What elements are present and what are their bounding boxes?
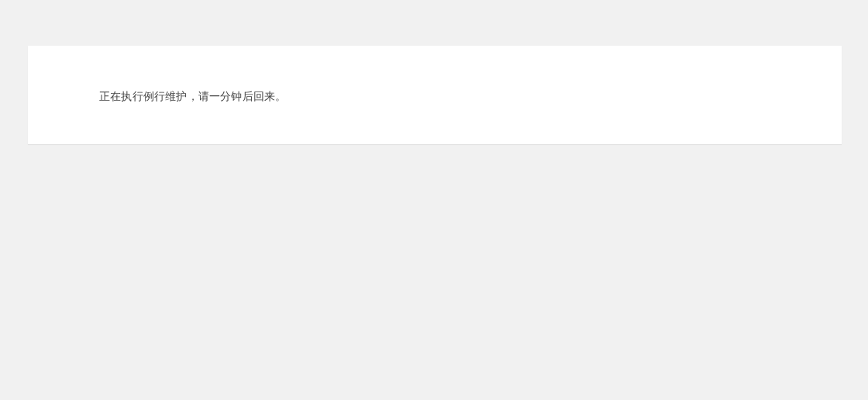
maintenance-card: 正在执行例行维护，请一分钟后回来。 [28,46,842,144]
maintenance-message: 正在执行例行维护，请一分钟后回来。 [99,88,286,105]
